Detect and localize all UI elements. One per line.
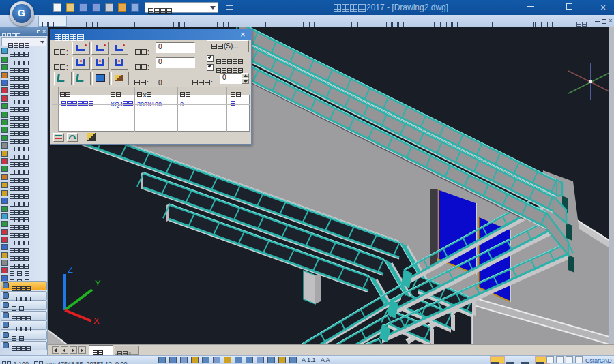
svg-text:X: X (93, 316, 100, 326)
svg-text:Z: Z (68, 264, 73, 275)
svg-text:Y: Y (95, 278, 101, 288)
